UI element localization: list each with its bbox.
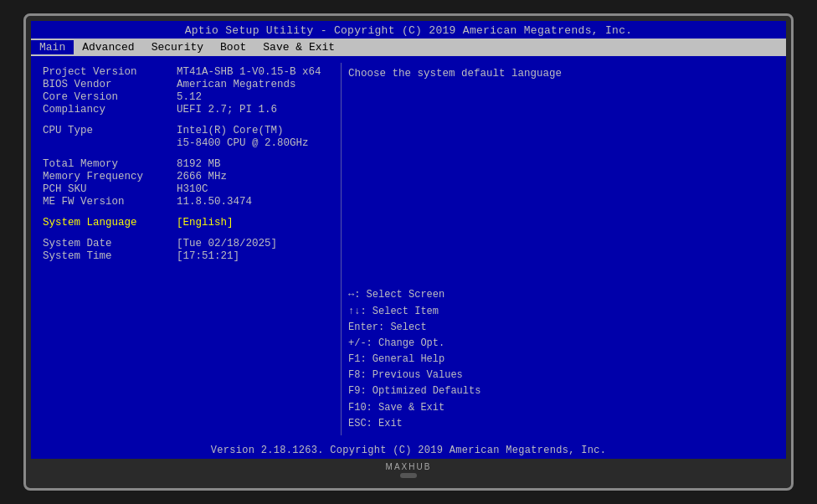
right-panel: Choose the system default language ↔: Se… — [341, 63, 781, 435]
spacer-3 — [43, 208, 331, 217]
key-help-f8: F8: Previous Values — [348, 368, 774, 383]
row-me-fw-version: ME FW Version 11.8.50.3474 — [43, 196, 331, 208]
key-help-f10: F10: Save & Exit — [348, 400, 774, 416]
key-help-f9: F9: Optimized Defaults — [348, 383, 774, 399]
key-help-enter: Enter: Select — [348, 320, 774, 336]
bios-screen: Aptio Setup Utility - Copyright (C) 2019… — [31, 21, 786, 459]
monitor: Aptio Setup Utility - Copyright (C) 2019… — [23, 13, 794, 491]
spacer-2 — [43, 150, 331, 158]
row-compliancy: Compliancy UEFI 2.7; PI 1.6 — [43, 104, 331, 116]
key-help: ↔: Select Screen ↑↓: Select Item Enter: … — [348, 287, 774, 432]
spacer-1 — [43, 116, 331, 125]
title-bar: Aptio Setup Utility - Copyright (C) 2019… — [31, 21, 786, 39]
menu-item-security[interactable]: Security — [143, 40, 212, 54]
content-area: Project Version MT41A-SHB 1-V0.15-B x64 … — [31, 56, 786, 442]
row-core-version: Core Version 5.12 — [43, 91, 331, 103]
key-help-change-opt: +/-: Change Opt. — [348, 336, 774, 352]
row-total-memory: Total Memory 8192 MB — [43, 158, 331, 170]
row-project-version: Project Version MT41A-SHB 1-V0.15-B x64 — [43, 66, 331, 78]
spacer-4 — [43, 229, 331, 238]
row-memory-frequency: Memory Frequency 2666 MHz — [43, 171, 331, 183]
row-system-date[interactable]: System Date [Tue 02/18/2025] — [43, 238, 331, 249]
footer-text: Version 2.18.1263. Copyright (C) 2019 Am… — [211, 445, 607, 456]
left-panel: Project Version MT41A-SHB 1-V0.15-B x64 … — [36, 63, 337, 435]
row-system-time[interactable]: System Time [17:51:21] — [43, 250, 331, 262]
key-help-select-item: ↑↓: Select Item — [348, 304, 774, 320]
menu-item-boot[interactable]: Boot — [212, 40, 254, 54]
menu-item-main[interactable]: Main — [31, 40, 74, 54]
row-bios-vendor: BIOS Vendor American Megatrends — [43, 79, 331, 90]
row-cpu-type-label: CPU Type Intel(R) Core(TM) — [43, 125, 331, 136]
title-text: Aptio Setup Utility - Copyright (C) 2019… — [185, 24, 633, 37]
help-text: Choose the system default language — [348, 66, 774, 82]
key-help-esc: ESC: Exit — [348, 416, 774, 432]
footer-bar: Version 2.18.1263. Copyright (C) 2019 Am… — [31, 442, 786, 459]
row-system-language[interactable]: System Language [English] — [43, 217, 331, 229]
menu-bar: Main Advanced Security Boot Save & Exit — [31, 39, 786, 56]
key-help-select-screen: ↔: Select Screen — [348, 287, 774, 303]
row-pch-sku: PCH SKU H310C — [43, 183, 331, 195]
row-cpu-type-value: i5-8400 CPU @ 2.80GHz — [43, 137, 331, 149]
key-help-f1: F1: General Help — [348, 352, 774, 368]
monitor-brand: MAXHUB — [386, 462, 432, 471]
monitor-power-indicator — [400, 473, 417, 478]
menu-item-advanced[interactable]: Advanced — [74, 40, 142, 54]
menu-item-save-exit[interactable]: Save & Exit — [254, 40, 343, 54]
